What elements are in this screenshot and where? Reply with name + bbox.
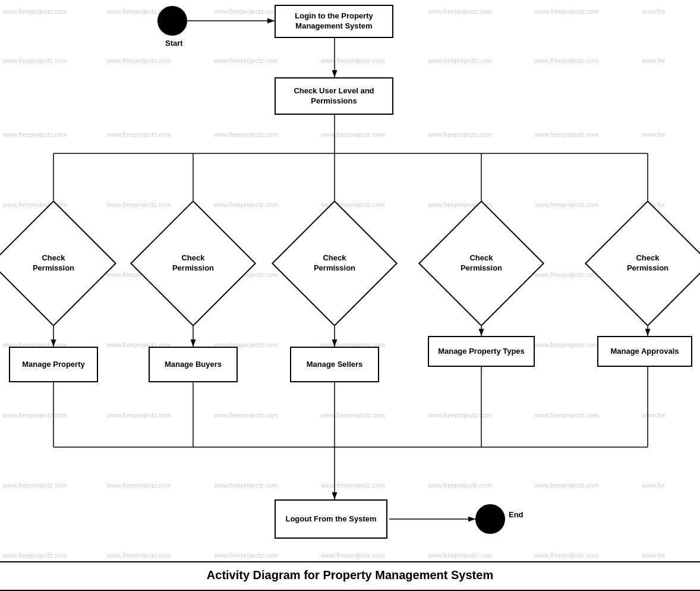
wm-49: www.fre [642, 411, 665, 419]
diagram-title: Activity Diagram for Property Management… [0, 561, 700, 591]
wm-24: www.freeprojectz.com [214, 201, 278, 208]
start-label: Start [165, 39, 183, 48]
wm-8: www.freeprojectz.com [3, 57, 67, 64]
wm-7: www.fre [642, 8, 665, 15]
wm-47: www.freeprojectz.com [428, 411, 492, 419]
wm-14: www.fre [642, 57, 665, 64]
manage-approvals-node: Manage Approvals [597, 336, 692, 367]
wm-41: www.freeprojectz.com [535, 341, 599, 348]
manage-property-types-label: Manage Property Types [438, 347, 525, 357]
wm-11: www.freeprojectz.com [321, 57, 385, 64]
diamond-4: CheckPermission [437, 219, 526, 308]
wm-34: www.freeprojectz.com [535, 271, 599, 278]
diamond-4-label: CheckPermission [461, 253, 502, 274]
wm-1: www.freeprojectz.com [3, 8, 67, 15]
wm-5: www.freeprojectz.com [428, 8, 492, 15]
wm-9: www.freeprojectz.com [107, 57, 171, 64]
wm-6: www.freeprojectz.com [535, 8, 599, 15]
wm-3: www.freeprojectz.com [214, 8, 278, 15]
wm-16: www.freeprojectz.com [107, 131, 171, 138]
wm-43: www.freeprojectz.com [3, 411, 67, 419]
wm-53: www.freeprojectz.com [321, 482, 385, 489]
manage-sellers-label: Manage Sellers [307, 360, 363, 370]
wm-62: www.freeprojectz.com [535, 552, 599, 559]
diamond-2-label: CheckPermission [172, 253, 214, 274]
wm-27: www.freeprojectz.com [535, 201, 599, 208]
title-text: Activity Diagram for Property Management… [207, 568, 493, 581]
diamond-3: CheckPermission [290, 219, 379, 308]
diamond-5: CheckPermission [603, 219, 692, 308]
wm-56: www.fre [642, 482, 665, 489]
manage-buyers-node: Manage Buyers [149, 347, 238, 382]
wm-13: www.freeprojectz.com [535, 57, 599, 64]
wm-50: www.freeprojectz.com [3, 482, 67, 489]
logout-node: Logout From the System [275, 499, 387, 539]
wm-48: www.freeprojectz.com [535, 411, 599, 419]
wm-57: www.freeprojectz.com [3, 552, 67, 559]
wm-55: www.freeprojectz.com [535, 482, 599, 489]
wm-54: www.freeprojectz.com [428, 482, 492, 489]
wm-60: www.freeprojectz.com [321, 552, 385, 559]
check-user-label: Check User Level and Permissions [276, 86, 392, 106]
wm-20: www.freeprojectz.com [535, 131, 599, 138]
manage-property-label: Manage Property [22, 360, 84, 370]
wm-18: www.freeprojectz.com [321, 131, 385, 138]
manage-buyers-label: Manage Buyers [165, 360, 222, 370]
wm-63: www.fre [642, 552, 665, 559]
wm-59: www.freeprojectz.com [214, 552, 278, 559]
check-user-level-node: Check User Level and Permissions [275, 77, 393, 115]
wm-15: www.freeprojectz.com [3, 131, 67, 138]
login-label: Login to the Property Management System [276, 11, 392, 32]
manage-property-types-node: Manage Property Types [428, 336, 535, 367]
wm-46: www.freeprojectz.com [321, 411, 385, 419]
wm-61: www.freeprojectz.com [428, 552, 492, 559]
start-circle [157, 6, 187, 36]
end-label: End [509, 510, 524, 519]
wm-23: www.freeprojectz.com [107, 201, 171, 208]
wm-51: www.freeprojectz.com [107, 482, 171, 489]
wm-58: www.freeprojectz.com [107, 552, 171, 559]
diamond-5-label: CheckPermission [627, 253, 669, 274]
diamond-1-label: CheckPermission [33, 253, 74, 274]
wm-19: www.freeprojectz.com [428, 131, 492, 138]
wm-45: www.freeprojectz.com [214, 411, 278, 419]
logout-label: Logout From the System [285, 514, 376, 524]
end-circle [475, 504, 505, 534]
manage-approvals-label: Manage Approvals [610, 347, 679, 357]
wm-17: www.freeprojectz.com [214, 131, 278, 138]
diamond-2: CheckPermission [149, 219, 238, 308]
login-node: Login to the Property Management System [275, 5, 393, 38]
wm-52: www.freeprojectz.com [214, 482, 278, 489]
manage-property-node: Manage Property [9, 347, 98, 382]
wm-12: www.freeprojectz.com [428, 57, 492, 64]
wm-21: www.fre [642, 131, 665, 138]
diamond-3-label: CheckPermission [314, 253, 355, 274]
wm-10: www.freeprojectz.com [214, 57, 278, 64]
manage-sellers-node: Manage Sellers [290, 347, 379, 382]
wm-44: www.freeprojectz.com [107, 411, 171, 419]
diamond-1: CheckPermission [9, 219, 98, 308]
